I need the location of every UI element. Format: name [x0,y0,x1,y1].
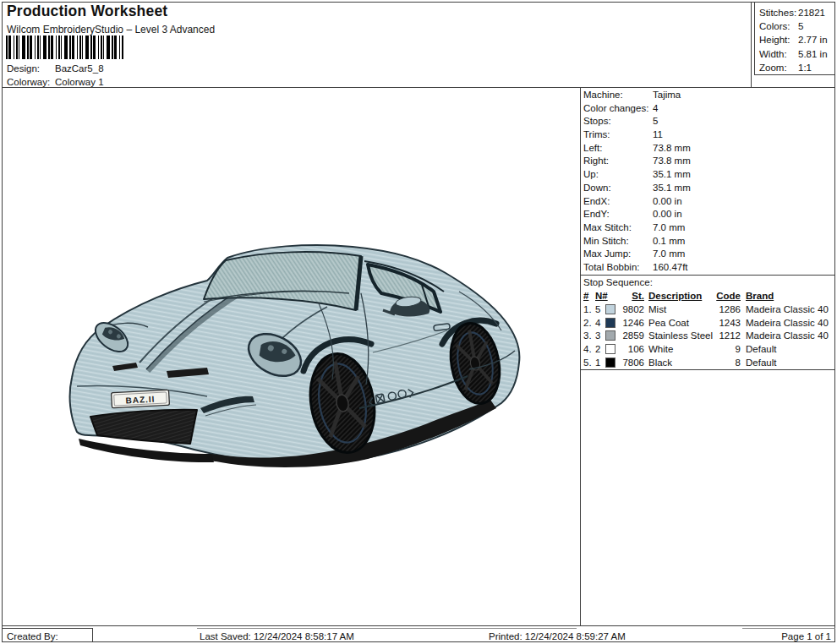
stat-stitches: Stitches:21821 [759,6,834,19]
app-subtitle: Wilcom EmbroideryStudio – Level 3 Advanc… [7,24,215,35]
header-right-divider [751,2,752,87]
info-row: Stops:5 [583,115,834,128]
info-row: Right:73.8 mm [583,155,834,168]
license-plate-text: BAZ.II [125,395,155,406]
info-row: EndX:0.00 in [583,195,834,209]
table-row: 5.17806Black8Default [580,357,835,369]
info-row: Trims:11 [583,128,834,142]
footer-segment-line-1 [197,628,577,629]
table-row: 2.41246Pea Coat1243Madeira Classic 40 [580,317,835,330]
table-row: 3.32859Stainless Steel1212Madeira Classi… [580,330,835,342]
design-value: BazCar5_8 [55,63,104,74]
info-row: Up:35.1 mm [583,168,834,182]
footer-segment-line-2 [742,628,835,629]
stat-width: Width:5.81 in [759,47,834,61]
license-plate: BAZ.II [112,390,170,408]
col-header-brand: Brand [746,290,774,302]
info-row: Left:73.8 mm [583,142,834,156]
col-header-description: Description [648,290,702,302]
page-title: Production Worksheet [7,5,167,17]
table-row: 1.59802Mist1286Madeira Classic 40 [580,303,835,316]
info-row: EndY:0.00 in [583,208,834,221]
info-row: Machine:Tajima [583,89,834,102]
stop-sequence-table: Stop Sequence: # N# St. Description Code… [580,275,835,369]
footer-created-by: Created By: [7,630,58,642]
design-stats-box: Stitches:21821 Colors:5 Height:2.77 in W… [754,2,835,75]
info-row: Down:35.1 mm [583,182,834,195]
footer-last-saved: Last Saved: 12/24/2024 8:58:17 AM [200,630,354,642]
header-divider [2,87,835,88]
col-header-code: Code [705,290,741,302]
stat-height: Height:2.77 in [759,33,834,46]
footer-page-number: Page 1 of 1 [781,630,831,642]
colorway-label: Colorway: [7,76,50,88]
stat-colors: Colors:5 [759,19,834,33]
barcode-icon [6,35,124,59]
col-header-n: N# [595,290,608,302]
col-header-num: # [583,290,588,302]
colorway-value: Colorway 1 [55,76,104,88]
embroidery-design-preview: BAZ.II [63,243,524,475]
production-worksheet-page: Production Worksheet Wilcom EmbroiderySt… [0,0,837,644]
footer-printed: Printed: 12/24/2024 8:59:27 AM [489,630,626,642]
table-row: 4.2106White9Default [580,343,835,356]
design-label: Design: [7,63,40,74]
stat-zoom: Zoom:1:1 [759,61,834,74]
panel-separator-bottom [580,369,835,370]
info-row: Max Jump:7.0 mm [583,248,834,261]
stop-sequence-header: # N# St. Description Code Brand [580,290,835,303]
footer-top-border [2,625,835,626]
info-row: Color changes:4 [583,102,834,116]
col-header-st: St. [614,290,644,302]
info-row: Min Stitch:0.1 mm [583,235,834,248]
info-row: Total Bobbin:160.47ft [583,261,834,275]
stop-sequence-title: Stop Sequence: [583,277,653,287]
machine-info-panel: Machine:Tajima Color changes:4 Stops:5 T… [583,89,834,275]
front-grille [90,410,197,444]
info-row: Max Stitch:7.0 mm [583,221,834,235]
